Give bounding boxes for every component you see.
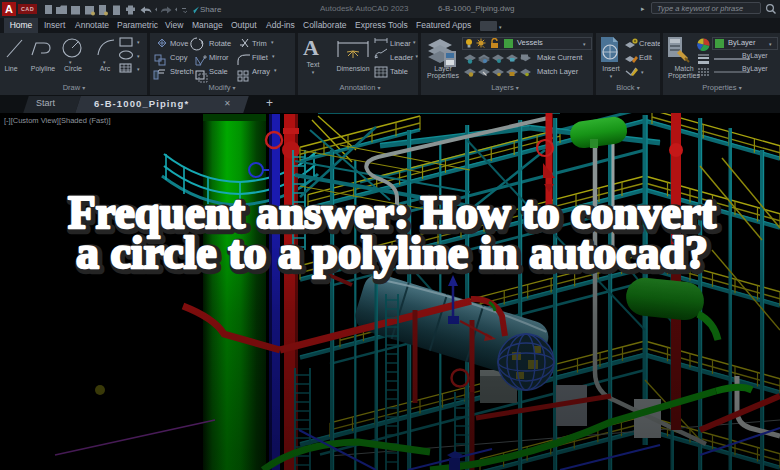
svg-text:▾: ▾ (137, 39, 140, 45)
svg-text:▾: ▾ (137, 53, 140, 59)
svg-text:a circle to a polyline in auto: a circle to a polyline in autocad? (76, 226, 708, 278)
svg-text:▾: ▾ (137, 66, 140, 72)
